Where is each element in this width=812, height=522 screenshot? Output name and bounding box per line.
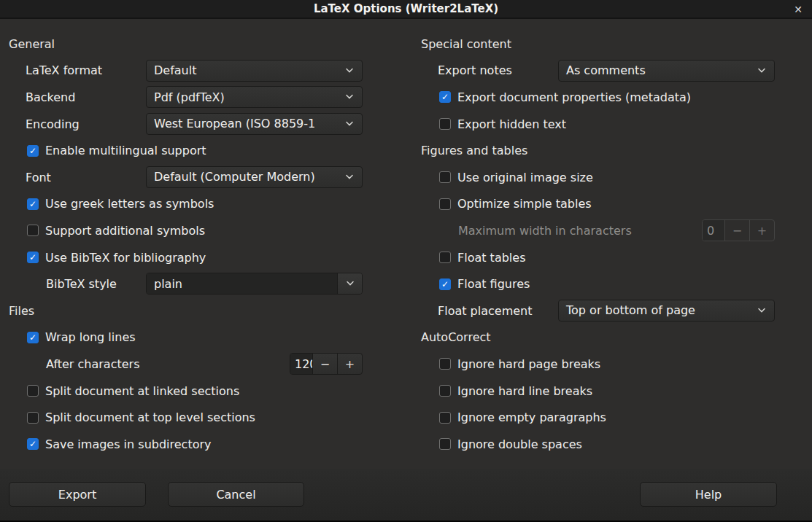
ignore-double-spaces-label[interactable]: Ignore double spaces	[457, 437, 582, 451]
section-header: Files	[0, 304, 34, 318]
chevron-down-icon	[337, 61, 362, 81]
backend-dropdown[interactable]: Pdf (pdfTeX)	[146, 86, 363, 108]
cancel-button[interactable]: Cancel	[168, 482, 304, 507]
wrap-long-lines-label[interactable]: Wrap long lines	[45, 330, 136, 344]
export-notes-dropdown[interactable]: As comments	[558, 60, 775, 82]
titlebar[interactable]: LaTeX Options (Writer2LaTeX) ✕	[0, 0, 812, 19]
close-icon: ✕	[794, 4, 803, 15]
dialog-title: LaTeX Options (Writer2LaTeX)	[314, 2, 498, 15]
float-placement-row: Float placement Top or bottom of page	[412, 297, 812, 324]
encoding-dropdown[interactable]: West European (ISO 8859-1	[146, 113, 363, 135]
section-header: AutoCorrect	[412, 330, 491, 344]
latex-format-dropdown[interactable]: Default	[146, 60, 363, 82]
ignore-page-breaks-checkbox[interactable]: ✓	[439, 358, 451, 370]
checkmark-icon: ✓	[29, 333, 36, 342]
encoding-value: West European (ISO 8859-1	[147, 117, 337, 130]
float-figures-row: ✓ Float figures	[412, 270, 812, 297]
export-doc-props-checkbox[interactable]: ✓	[439, 91, 451, 103]
section-header: Special content	[412, 37, 511, 51]
bibtex-style-combobox[interactable]: plain	[146, 273, 363, 295]
chevron-down-icon	[749, 61, 774, 81]
float-placement-value: Top or bottom of page	[559, 303, 749, 317]
wrap-long-lines-row: ✓ Wrap long lines	[0, 324, 406, 351]
max-width-row: Maximum width in characters 0 − +	[412, 217, 812, 244]
latex-format-label: LaTeX format	[26, 63, 102, 77]
greek-letters-checkbox[interactable]: ✓	[27, 198, 39, 210]
font-row: Font Default (Computer Modern)	[0, 164, 406, 191]
after-characters-input[interactable]: 120	[290, 354, 312, 374]
left-column: General LaTeX format Default Backend Pdf…	[0, 19, 406, 458]
wrap-long-lines-checkbox[interactable]: ✓	[27, 332, 39, 343]
use-bibtex-row: ✓ Use BibTeX for bibliography	[0, 244, 406, 271]
help-button[interactable]: Help	[640, 482, 777, 507]
ignore-empty-paragraphs-checkbox[interactable]: ✓	[439, 412, 451, 424]
latex-format-row: LaTeX format Default	[0, 58, 406, 85]
float-placement-label: Float placement	[438, 304, 533, 318]
optimize-tables-label[interactable]: Optimize simple tables	[457, 197, 592, 211]
bibtex-style-value[interactable]: plain	[147, 273, 337, 294]
font-dropdown[interactable]: Default (Computer Modern)	[146, 166, 363, 188]
save-images-label[interactable]: Save images in subdirectory	[45, 437, 212, 451]
after-characters-row: After characters 120 − +	[0, 351, 406, 378]
ignore-line-breaks-label[interactable]: Ignore hard line breaks	[457, 384, 592, 398]
optimize-tables-checkbox[interactable]: ✓	[439, 198, 451, 210]
ignore-page-breaks-label[interactable]: Ignore hard page breaks	[457, 357, 600, 371]
split-top-level-label[interactable]: Split document at top level sections	[45, 410, 255, 424]
export-doc-props-label[interactable]: Export document properties (metadata)	[457, 90, 691, 104]
export-button[interactable]: Export	[9, 482, 146, 507]
section-header: General	[0, 37, 55, 51]
section-header: Figures and tables	[412, 144, 527, 157]
additional-symbols-checkbox[interactable]: ✓	[27, 225, 39, 236]
export-hidden-text-checkbox[interactable]: ✓	[439, 118, 451, 130]
decrement-button: −	[724, 220, 749, 241]
backend-value: Pdf (pdfTeX)	[147, 90, 337, 104]
footer: Export Cancel Help	[0, 469, 812, 521]
ignore-line-breaks-row: ✓ Ignore hard line breaks	[412, 378, 812, 405]
greek-letters-row: ✓ Use greek letters as symbols	[0, 191, 406, 218]
export-doc-props-row: ✓ Export document properties (metadata)	[412, 84, 812, 111]
chevron-down-icon	[337, 114, 362, 134]
use-bibtex-checkbox[interactable]: ✓	[27, 252, 39, 263]
section-autocorrect: AutoCorrect	[412, 324, 812, 351]
encoding-label: Encoding	[26, 117, 80, 131]
font-label: Font	[26, 171, 51, 184]
section-general: General	[0, 31, 406, 58]
latex-format-value: Default	[147, 63, 337, 77]
ignore-page-breaks-row: ✓ Ignore hard page breaks	[412, 351, 812, 378]
checkmark-icon: ✓	[29, 200, 36, 209]
ignore-empty-paragraphs-label[interactable]: Ignore empty paragraphs	[457, 410, 606, 424]
export-notes-row: Export notes As comments	[412, 58, 812, 85]
split-linked-label[interactable]: Split document at linked sections	[45, 384, 239, 398]
ignore-double-spaces-checkbox[interactable]: ✓	[439, 438, 451, 450]
original-image-size-label[interactable]: Use original image size	[457, 171, 593, 184]
ignore-line-breaks-checkbox[interactable]: ✓	[439, 385, 451, 397]
increment-button[interactable]: +	[337, 354, 362, 374]
float-figures-label[interactable]: Float figures	[457, 277, 530, 291]
save-images-checkbox[interactable]: ✓	[27, 438, 39, 450]
multilingual-row: ✓ Enable multilingual support	[0, 137, 406, 164]
checkmark-icon: ✓	[29, 253, 36, 262]
original-image-size-checkbox[interactable]: ✓	[439, 171, 451, 183]
decrement-button[interactable]: −	[312, 354, 337, 374]
float-placement-dropdown[interactable]: Top or bottom of page	[558, 300, 775, 322]
float-figures-checkbox[interactable]: ✓	[439, 278, 451, 290]
bibtex-style-row: BibTeX style plain	[0, 270, 406, 297]
chevron-down-icon[interactable]	[337, 273, 362, 294]
close-button[interactable]: ✕	[790, 0, 806, 19]
multilingual-checkbox[interactable]: ✓	[27, 145, 39, 157]
original-image-size-row: ✓ Use original image size	[412, 164, 812, 191]
greek-letters-label[interactable]: Use greek letters as symbols	[45, 197, 214, 211]
export-hidden-text-label[interactable]: Export hidden text	[457, 117, 566, 131]
split-top-level-checkbox[interactable]: ✓	[27, 412, 39, 424]
after-characters-spinner: 120 − +	[290, 353, 363, 375]
use-bibtex-label[interactable]: Use BibTeX for bibliography	[45, 251, 206, 265]
section-figures-tables: Figures and tables	[412, 137, 812, 164]
max-width-label: Maximum width in characters	[458, 224, 632, 238]
split-linked-checkbox[interactable]: ✓	[27, 385, 39, 397]
float-tables-label[interactable]: Float tables	[457, 251, 525, 265]
font-value: Default (Computer Modern)	[147, 170, 337, 184]
additional-symbols-label[interactable]: Support additional symbols	[45, 224, 205, 238]
float-tables-checkbox[interactable]: ✓	[439, 252, 451, 263]
ignore-empty-paragraphs-row: ✓ Ignore empty paragraphs	[412, 404, 812, 431]
multilingual-label[interactable]: Enable multilingual support	[45, 144, 206, 157]
